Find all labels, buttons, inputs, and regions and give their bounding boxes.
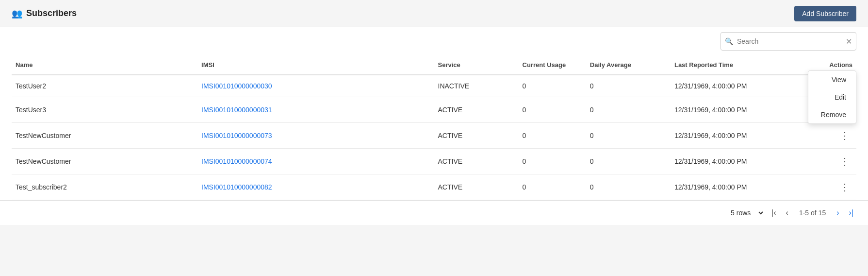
cell-service: ACTIVE — [434, 149, 519, 174]
cell-actions: ⋮ — [806, 149, 857, 174]
cell-name: TestNewCustomer — [12, 123, 197, 149]
table-body: TestUser2IMSI001010000000030INACTIVE0012… — [12, 75, 856, 200]
cell-imsi[interactable]: IMSI001010000000031 — [197, 97, 434, 123]
cell-service: ACTIVE — [434, 123, 519, 149]
col-header-service: Service — [434, 55, 519, 75]
cell-service: ACTIVE — [434, 174, 519, 200]
imsi-link[interactable]: IMSI001010000000031 — [201, 106, 272, 114]
dropdown-item-view[interactable]: View — [808, 71, 856, 88]
search-container: 🔍 ✕ — [721, 32, 856, 51]
col-header-current-usage: Current Usage — [519, 55, 586, 75]
actions-menu-button[interactable]: ⋮ — [837, 181, 852, 193]
table-row: TestNewCustomerIMSI001010000000074ACTIVE… — [12, 149, 856, 174]
table-row: TestNewCustomerIMSI001010000000073ACTIVE… — [12, 123, 856, 149]
cell-service: INACTIVE — [434, 75, 519, 97]
cell-actions: ViewEditRemove — [806, 75, 857, 97]
imsi-link[interactable]: IMSI001010000000074 — [201, 157, 272, 165]
table-row: TestUser3IMSI001010000000031ACTIVE0012/3… — [12, 97, 856, 123]
cell-daily-average: 0 — [586, 174, 671, 200]
cell-actions: ⋮ — [806, 174, 857, 200]
add-subscriber-button[interactable]: Add Subscriber — [794, 6, 856, 21]
cell-daily-average: 0 — [586, 123, 671, 149]
col-header-daily-average: Daily Average — [586, 55, 671, 75]
page-header: 👥 Subscribers Add Subscriber — [0, 0, 868, 27]
cell-daily-average: 0 — [586, 149, 671, 174]
subscribers-table-wrapper: Name IMSI Service Current Usage Daily Av… — [0, 55, 868, 200]
cell-name: Test_subscriber2 — [12, 174, 197, 200]
rows-per-page: 5 rows 10 rows 25 rows — [727, 207, 765, 218]
search-icon: 🔍 — [721, 37, 737, 45]
imsi-link[interactable]: IMSI001010000000073 — [201, 132, 272, 139]
actions-dropdown: ViewEditRemove — [808, 70, 856, 124]
page-title: Subscribers — [26, 8, 77, 18]
col-header-name: Name — [12, 55, 197, 75]
rows-per-page-select[interactable]: 5 rows 10 rows 25 rows — [727, 207, 765, 218]
table-row: TestUser2IMSI001010000000030INACTIVE0012… — [12, 75, 856, 97]
cell-imsi[interactable]: IMSI001010000000030 — [197, 75, 434, 97]
cell-last-reported: 12/31/1969, 4:00:00 PM — [671, 75, 806, 97]
subscribers-table: Name IMSI Service Current Usage Daily Av… — [12, 55, 856, 200]
table-header: Name IMSI Service Current Usage Daily Av… — [12, 55, 856, 75]
imsi-link[interactable]: IMSI001010000000082 — [201, 183, 272, 191]
pagination-row: 5 rows 10 rows 25 rows |‹ ‹ 1-5 of 15 › … — [0, 200, 868, 225]
cell-imsi[interactable]: IMSI001010000000082 — [197, 174, 434, 200]
cell-last-reported: 12/31/1969, 4:00:00 PM — [671, 97, 806, 123]
page-info: 1-5 of 15 — [799, 209, 826, 217]
col-header-imsi: IMSI — [197, 55, 434, 75]
cell-current-usage: 0 — [519, 174, 586, 200]
prev-page-button[interactable]: ‹ — [783, 207, 791, 219]
next-page-button[interactable]: › — [834, 207, 842, 219]
cell-name: TestNewCustomer — [12, 149, 197, 174]
imsi-link[interactable]: IMSI001010000000030 — [201, 82, 272, 90]
search-row: 🔍 ✕ — [0, 27, 868, 55]
cell-last-reported: 12/31/1969, 4:00:00 PM — [671, 123, 806, 149]
cell-actions: ⋮ — [806, 123, 857, 149]
actions-menu-button[interactable]: ⋮ — [837, 155, 852, 167]
search-input[interactable] — [737, 37, 842, 45]
first-page-button[interactable]: |‹ — [769, 207, 779, 219]
cell-name: TestUser2 — [12, 75, 197, 97]
actions-menu-button[interactable]: ⋮ — [837, 130, 852, 141]
cell-current-usage: 0 — [519, 149, 586, 174]
cell-imsi[interactable]: IMSI001010000000073 — [197, 123, 434, 149]
cell-daily-average: 0 — [586, 97, 671, 123]
table-row: Test_subscriber2IMSI001010000000082ACTIV… — [12, 174, 856, 200]
last-page-button[interactable]: ›| — [846, 207, 856, 219]
cell-service: ACTIVE — [434, 97, 519, 123]
cell-current-usage: 0 — [519, 75, 586, 97]
cell-last-reported: 12/31/1969, 4:00:00 PM — [671, 149, 806, 174]
col-header-last-reported: Last Reported Time — [671, 55, 806, 75]
cell-current-usage: 0 — [519, 123, 586, 149]
cell-name: TestUser3 — [12, 97, 197, 123]
dropdown-item-edit[interactable]: Edit — [808, 88, 856, 106]
dropdown-item-remove[interactable]: Remove — [808, 106, 856, 123]
cell-imsi[interactable]: IMSI001010000000074 — [197, 149, 434, 174]
subscribers-icon: 👥 — [12, 8, 22, 19]
header-left: 👥 Subscribers — [12, 8, 77, 19]
cell-current-usage: 0 — [519, 97, 586, 123]
cell-daily-average: 0 — [586, 75, 671, 97]
close-icon[interactable]: ✕ — [842, 37, 856, 46]
cell-last-reported: 12/31/1969, 4:00:00 PM — [671, 174, 806, 200]
